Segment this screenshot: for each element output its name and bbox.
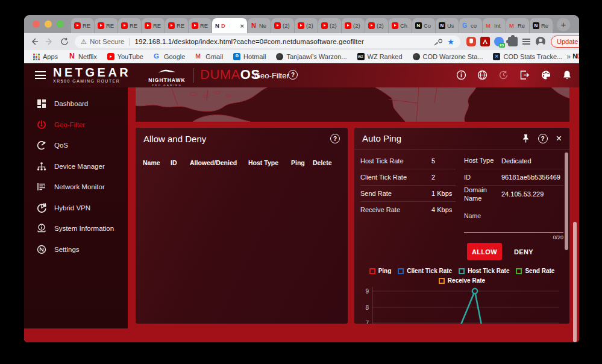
new-tab-button[interactable]: +: [557, 18, 570, 31]
browser-tab[interactable]: RE: [118, 18, 141, 33]
chrome-update-button[interactable]: Update ⋮: [551, 36, 579, 48]
bookmark-favicon-icon: [33, 53, 40, 60]
browser-tab[interactable]: N D ×: [212, 18, 247, 33]
browser-tab[interactable]: co: [459, 18, 482, 33]
sidebar-item-hybrid-vpn[interactable]: Hybrid VPN: [24, 198, 128, 219]
bookmark-item[interactable]: Hotmail: [233, 53, 266, 60]
notifications-bell-icon[interactable]: [562, 70, 572, 80]
browser-tab[interactable]: (2): [295, 18, 318, 33]
bookmark-star-icon[interactable]: ★: [447, 37, 454, 46]
sidebar-item-dashboard[interactable]: Dashboard: [24, 93, 128, 115]
acrobat-extension-icon[interactable]: [480, 37, 490, 46]
browser-tab[interactable]: RE: [95, 18, 118, 33]
minimize-window-button[interactable]: [45, 20, 52, 28]
sidebar-item-network-monitor[interactable]: Network Monitor: [24, 177, 128, 198]
update-label: Update: [557, 38, 578, 45]
bookmark-label: Netflix: [78, 53, 97, 60]
pin-icon[interactable]: [522, 134, 530, 143]
zoom-window-button[interactable]: [57, 20, 64, 28]
info-icon[interactable]: [456, 70, 466, 80]
browser-tab[interactable]: Us: [436, 18, 459, 33]
allow-deny-help-icon[interactable]: ?: [330, 134, 340, 143]
tab-favicon-icon: [251, 22, 257, 29]
reading-list-icon[interactable]: [522, 37, 531, 46]
legend-item[interactable]: Client Tick Rate: [398, 268, 452, 274]
allow-button[interactable]: ALLOW: [467, 243, 502, 260]
bookmark-item[interactable]: Google: [154, 53, 185, 60]
browser-tab[interactable]: Ne: [248, 18, 271, 33]
browser-tab[interactable]: (2): [318, 18, 341, 33]
url-bar[interactable]: ⚠ Not Secure 192.168.1.1/desktop/index.h…: [75, 36, 460, 48]
bookmark-item[interactable]: YouTube: [107, 53, 143, 60]
language-globe-icon[interactable]: [477, 70, 488, 80]
tab-close-icon[interactable]: ×: [240, 22, 244, 30]
browser-tab[interactable]: Co: [412, 18, 435, 33]
browser-tab[interactable]: (2): [342, 18, 365, 33]
bookmark-label: Tanjaawi's Warzon...: [286, 53, 346, 60]
geo-filter-map[interactable]: [136, 87, 569, 122]
nighthawk-wordmark: NIGHTHAWK: [147, 77, 187, 83]
hamburger-menu-icon[interactable]: [35, 71, 46, 79]
theme-palette-icon[interactable]: [541, 70, 551, 80]
browser-tab[interactable]: Ch: [389, 18, 412, 33]
bookmark-item[interactable]: Tanjaawi's Warzon...: [276, 53, 346, 60]
bookmarks-overflow-icon[interactable]: »: [566, 52, 571, 61]
es-extension-icon[interactable]: [494, 37, 504, 46]
bookmark-item[interactable]: Netflix: [68, 53, 97, 60]
reload-icon[interactable]: [60, 37, 69, 46]
browser-tab[interactable]: RE: [165, 18, 188, 33]
not-secure-warning-icon[interactable]: ⚠: [81, 38, 87, 46]
tab-label-prefix: N: [215, 22, 219, 29]
deny-button[interactable]: DENY: [508, 243, 539, 260]
auto-ping-close-icon[interactable]: ×: [556, 134, 562, 143]
legend-item[interactable]: Ping: [369, 268, 392, 274]
url-text[interactable]: 192.168.1.1/desktop/index.html?cache=0#c…: [134, 38, 363, 45]
sidebar-item-qos[interactable]: QoS: [24, 135, 128, 156]
tab-label: Int: [494, 22, 501, 29]
logout-icon[interactable]: [519, 70, 530, 80]
bookmark-item[interactable]: WZ Ranked: [357, 53, 403, 60]
browser-tab[interactable]: (2): [365, 18, 388, 33]
auto-ping-scrollbar[interactable]: [565, 152, 568, 250]
browser-tab[interactable]: RE: [189, 18, 212, 33]
bookmark-item[interactable]: COD Stats Tracke...: [493, 53, 562, 60]
name-input[interactable]: [464, 222, 563, 233]
browser-tab[interactable]: Re: [506, 18, 529, 33]
bookmark-item[interactable]: COD Warzone Sta...: [413, 53, 483, 60]
page-scrollbar[interactable]: [573, 222, 577, 342]
password-key-icon[interactable]: [433, 37, 442, 46]
network-monitor-icon: [37, 182, 46, 192]
sidebar-item-settings[interactable]: Settings: [24, 239, 128, 260]
legend-item[interactable]: Host Tick Rate: [459, 268, 509, 274]
bookmark-item[interactable]: Geo-Filter - Duma...: [572, 53, 579, 60]
browser-tab[interactable]: RE: [71, 18, 94, 33]
back-icon[interactable]: [30, 37, 39, 46]
browser-tab[interactable]: RE: [142, 18, 165, 33]
browser-tab[interactable]: Re: [530, 18, 553, 33]
extensions-puzzle-icon[interactable]: [508, 37, 518, 46]
bookmark-item[interactable]: Gmail: [195, 53, 223, 60]
duma-wordmark: DUMA: [200, 67, 240, 82]
sidebar-item-device-manager[interactable]: Device Manager: [24, 156, 128, 177]
history-refresh-icon[interactable]: [498, 70, 509, 80]
sidebar-item-geo-filter[interactable]: Geo-Filter: [24, 115, 128, 136]
field-row: Client Tick Rate 2: [360, 169, 456, 185]
adblock-extension-icon[interactable]: [466, 37, 476, 46]
data-point-marker: [472, 289, 477, 293]
forward-icon[interactable]: [45, 37, 54, 46]
name-char-counter: 0/20: [464, 234, 563, 240]
page-help-icon[interactable]: ?: [288, 70, 298, 80]
dumaos-logo: DUMAOS: [200, 67, 260, 82]
browser-tab[interactable]: Int: [483, 18, 506, 33]
browser-tab[interactable]: (2): [271, 18, 294, 33]
profile-avatar[interactable]: [536, 37, 545, 46]
field-value: 1 Kbps: [431, 190, 452, 197]
field-value: 5: [431, 157, 435, 165]
sidebar-item-system-information[interactable]: System Information: [24, 218, 128, 239]
auto-ping-help-icon[interactable]: ?: [538, 134, 548, 143]
legend-item[interactable]: Send Rate: [516, 268, 554, 274]
bookmark-item[interactable]: Apps: [33, 53, 58, 60]
close-window-button[interactable]: [33, 20, 40, 28]
bookmarks-bar: Apps Netflix YouTube Google: [24, 50, 579, 63]
auto-ping-chart: 9 8 7: [354, 283, 569, 324]
